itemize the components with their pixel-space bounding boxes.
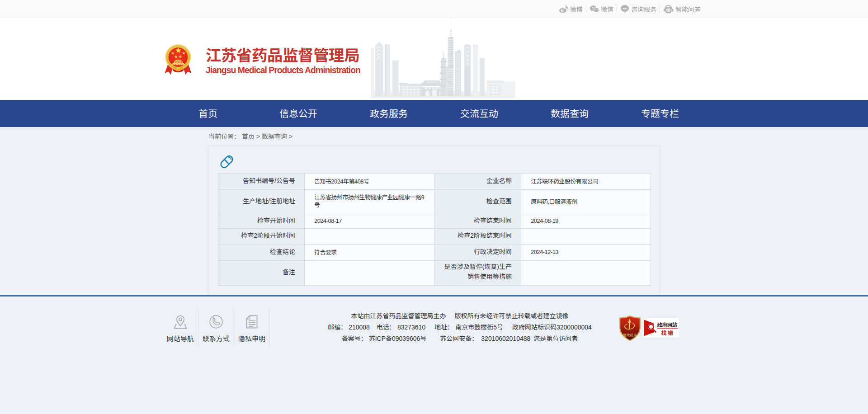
svg-text:政府网站: 政府网站 xyxy=(657,321,678,328)
svg-text:党政机关: 党政机关 xyxy=(623,332,637,337)
svg-text:找错: 找错 xyxy=(661,329,675,336)
